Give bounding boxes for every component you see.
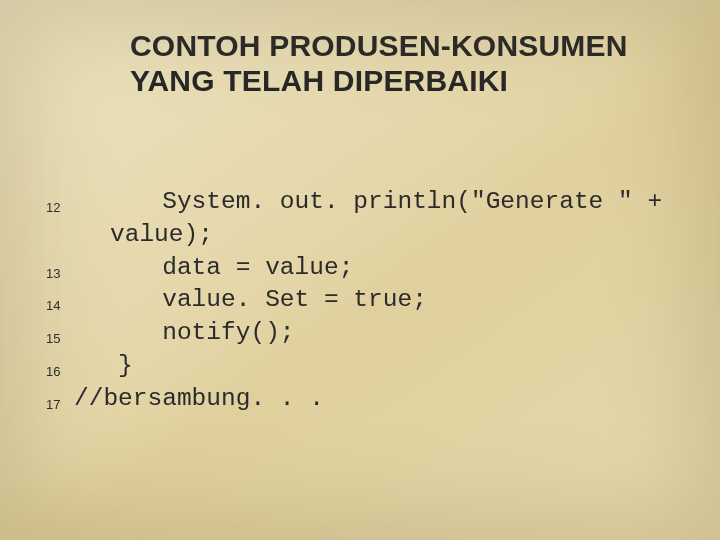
line-number: 15 [46, 330, 74, 347]
code-text: //bersambung. . . [74, 383, 324, 416]
slide-title-block: CONTOH PRODUSEN-KONSUMEN YANG TELAH DIPE… [130, 28, 680, 99]
code-text: System. out. println("Generate " + [74, 186, 662, 219]
line-number: 12 [46, 199, 74, 216]
code-text: } [74, 350, 133, 383]
code-wrap: value); [46, 219, 690, 252]
code-text: data = value; [74, 252, 353, 285]
code-block: 12 System. out. println("Generate " + va… [46, 186, 690, 416]
slide-title-line1: CONTOH PRODUSEN-KONSUMEN [130, 28, 680, 63]
slide-title-line2: YANG TELAH DIPERBAIKI [130, 63, 680, 98]
code-line: 16 } [46, 350, 690, 383]
line-number: 13 [46, 265, 74, 282]
line-number: 16 [46, 363, 74, 380]
code-line: 15 notify(); [46, 317, 690, 350]
code-line: 13 data = value; [46, 252, 690, 285]
line-number: 17 [46, 396, 74, 413]
line-number: 14 [46, 297, 74, 314]
code-line: 14 value. Set = true; [46, 284, 690, 317]
code-text: notify(); [74, 317, 295, 350]
code-line: 12 System. out. println("Generate " + [46, 186, 690, 219]
code-line: 17 //bersambung. . . [46, 383, 690, 416]
code-text: value. Set = true; [74, 284, 427, 317]
